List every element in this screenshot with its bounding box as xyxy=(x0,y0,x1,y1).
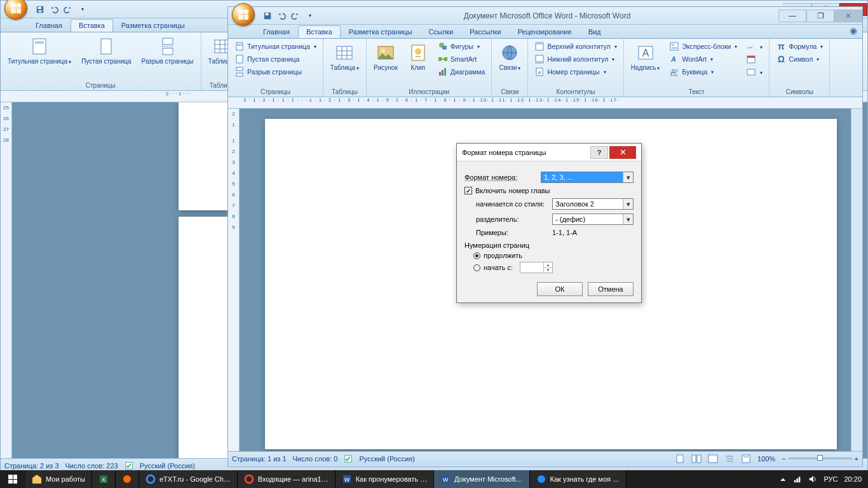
taskbar-item[interactable] xyxy=(116,470,139,488)
qat-more-icon[interactable] xyxy=(76,3,88,16)
taskbar-item[interactable]: WКак пронумеровать … xyxy=(336,470,434,488)
smartart-button[interactable]: SmartArt xyxy=(435,53,488,65)
tab-view[interactable]: Вид xyxy=(580,25,609,38)
clip-button[interactable]: Клип xyxy=(405,41,431,73)
tray-volume-icon[interactable] xyxy=(808,475,817,484)
tab-home-back[interactable]: Главная xyxy=(27,19,71,32)
include-chapter-checkbox[interactable]: ✓Включить номер главы xyxy=(465,187,634,194)
table-button[interactable]: Таблица xyxy=(327,41,362,74)
signature-icon[interactable] xyxy=(743,41,765,52)
svg-rect-4 xyxy=(35,41,44,44)
taskbar-item[interactable]: eTXT.ru - Google Ch… xyxy=(139,470,238,488)
view-print-icon[interactable] xyxy=(675,454,685,463)
ribbon-tabs-front: Главная Вставка Разметка страницы Ссылки… xyxy=(228,25,862,39)
maximize-button[interactable]: ❐ xyxy=(806,10,834,22)
taskbar-item[interactable]: X xyxy=(92,470,116,488)
tab-home[interactable]: Главная xyxy=(255,25,298,38)
qat-more-icon[interactable] xyxy=(303,10,316,22)
svg-point-74 xyxy=(123,475,131,483)
tray-up-icon[interactable]: ⏶ xyxy=(780,475,787,483)
save-icon[interactable] xyxy=(261,10,274,22)
zoom-in-button[interactable]: + xyxy=(855,455,858,463)
taskbar-item[interactable]: Входящие — arina1… xyxy=(238,470,336,488)
view-read-icon[interactable] xyxy=(691,454,702,463)
proof-icon[interactable] xyxy=(125,461,133,470)
tab-layout-back[interactable]: Разметка страницы xyxy=(113,19,193,32)
textbox-button[interactable]: AНадпись xyxy=(628,41,663,74)
zoom-value[interactable]: 100% xyxy=(757,455,775,463)
dialog-close-button[interactable]: ✕ xyxy=(609,146,636,159)
status-words-back[interactable]: Число слов: 223 xyxy=(65,462,118,470)
svg-rect-37 xyxy=(438,57,442,61)
start-at-radio[interactable]: начать с: ▲▼ xyxy=(473,262,634,273)
zoom-slider[interactable] xyxy=(789,458,852,459)
datetime-icon[interactable] xyxy=(743,53,765,65)
status-lang[interactable]: Русский (Россия) xyxy=(359,455,414,463)
tray-clock[interactable]: 20:20 xyxy=(844,475,862,483)
office-button-back[interactable] xyxy=(4,0,27,20)
start-at-spinner[interactable]: ▲▼ xyxy=(520,262,553,273)
view-web-icon[interactable] xyxy=(708,454,718,463)
office-button-front[interactable] xyxy=(232,3,255,26)
footer-button[interactable]: Нижний колонтитул xyxy=(532,53,619,65)
start-button[interactable] xyxy=(0,470,25,488)
close-button[interactable]: ✕ xyxy=(834,10,862,22)
dialog-help-button[interactable]: ? xyxy=(590,146,608,159)
dropcap-button[interactable]: AБуквица xyxy=(667,66,740,78)
tray-network-icon[interactable] xyxy=(793,475,802,484)
minimize-button[interactable]: — xyxy=(778,10,806,22)
chart-button[interactable]: Диаграмма xyxy=(435,66,488,78)
undo-icon[interactable] xyxy=(275,10,288,22)
separator-label: разделитель: xyxy=(476,215,547,223)
tab-references[interactable]: Ссылки xyxy=(421,25,462,38)
view-draft-icon[interactable] xyxy=(741,454,751,463)
tab-layout[interactable]: Разметка страницы xyxy=(341,25,421,38)
status-page[interactable]: Страница: 1 из 1 xyxy=(232,455,287,463)
cover-page-button[interactable]: Титульная страница xyxy=(232,41,319,52)
svg-rect-21 xyxy=(236,43,243,50)
page-number-button[interactable]: #Номер страницы xyxy=(532,66,619,78)
page-break-button[interactable]: Разрыв страницы xyxy=(139,34,197,67)
zoom-out-button[interactable]: − xyxy=(782,455,785,463)
quickparts-button[interactable]: Экспресс-блоки xyxy=(667,41,740,52)
view-outline-icon[interactable] xyxy=(724,454,735,463)
status-words[interactable]: Число слов: 0 xyxy=(293,455,338,463)
wordart-button[interactable]: AWordArt xyxy=(667,53,740,65)
save-icon[interactable] xyxy=(34,3,46,16)
cover-page-button[interactable]: Титульная страница xyxy=(4,34,74,67)
status-lang-back[interactable]: Русский (Россия) xyxy=(140,462,195,470)
redo-icon[interactable] xyxy=(62,3,74,16)
help-icon[interactable]: ◉ xyxy=(844,25,862,38)
tray-lang[interactable]: РУС xyxy=(824,475,837,483)
blank-page-button[interactable]: Пустая страница xyxy=(232,53,319,65)
header-button[interactable]: Верхний колонтитул xyxy=(532,41,619,52)
undo-icon[interactable] xyxy=(48,3,60,16)
separator-combo[interactable]: - (дефис)▾ xyxy=(552,214,634,225)
group-hf: Колонтитулы xyxy=(557,88,595,95)
taskbar-item[interactable]: WДокумент Microsoft… xyxy=(434,470,529,488)
tab-review[interactable]: Рецензирование xyxy=(510,25,580,38)
object-icon[interactable] xyxy=(743,66,765,78)
status-page-back[interactable]: Страница: 2 из 3 xyxy=(4,462,59,470)
tab-insert[interactable]: Вставка xyxy=(298,25,341,38)
blank-page-button[interactable]: Пустая страница xyxy=(78,34,134,67)
scrollbar-v[interactable] xyxy=(851,109,862,451)
proof-icon[interactable] xyxy=(344,454,353,463)
shapes-button[interactable]: Фигуры xyxy=(435,41,488,52)
cancel-button[interactable]: Отмена xyxy=(588,282,634,296)
continue-radio[interactable]: продолжить xyxy=(473,252,634,259)
picture-button[interactable]: Рисунок xyxy=(370,41,401,73)
symbol-button[interactable]: ΩСимвол xyxy=(773,53,825,65)
links-button[interactable]: Связи xyxy=(496,41,524,74)
chapter-style-combo[interactable]: Заголовок 2▾ xyxy=(552,198,634,210)
taskbar-item[interactable]: Как узнать где моя … xyxy=(530,470,627,488)
page-break-button[interactable]: Разрыв страницы xyxy=(232,66,319,78)
redo-icon[interactable] xyxy=(289,10,302,22)
tab-mailings[interactable]: Рассылки xyxy=(461,25,509,38)
number-format-combo[interactable]: 1, 2, 3, ...▾ xyxy=(541,172,634,183)
taskbar-item[interactable]: Мои работы xyxy=(25,470,92,488)
tab-insert-back[interactable]: Вставка xyxy=(71,19,113,32)
equation-button[interactable]: πФормула xyxy=(773,41,825,52)
numbering-header: Нумерация страниц xyxy=(465,241,634,249)
ok-button[interactable]: ОК xyxy=(537,282,583,296)
